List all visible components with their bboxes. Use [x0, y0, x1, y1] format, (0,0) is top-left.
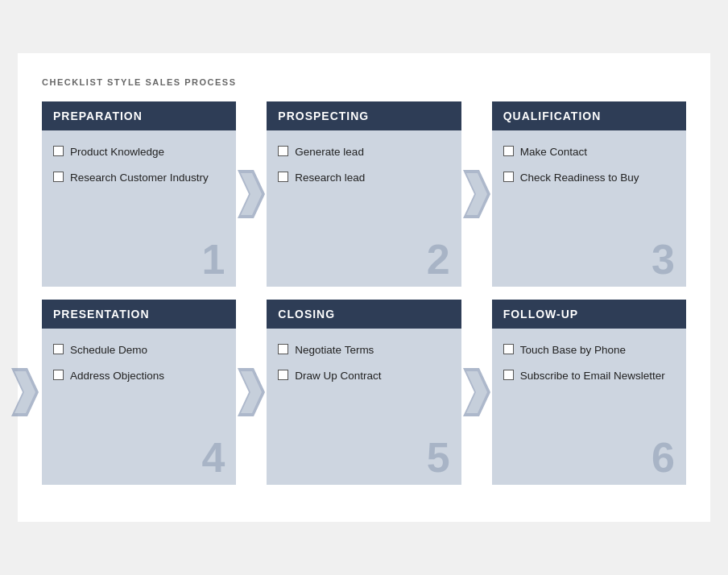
list-item: Check Readiness to Buy	[503, 171, 675, 185]
card-header-presentation: PRESENTATION	[42, 300, 236, 329]
checkbox-icon[interactable]	[503, 172, 514, 182]
step-number-1: 1	[201, 238, 225, 280]
item-label: Research Customer Industry	[70, 171, 209, 185]
list-item: Research lead	[278, 171, 449, 185]
item-label: Schedule Demo	[70, 343, 147, 358]
arrow-2-3	[461, 170, 492, 218]
svg-marker-5	[14, 371, 35, 413]
list-item: Touch Base by Phone	[503, 343, 675, 358]
card-header-closing: CLOSING	[267, 300, 461, 329]
chevron-svg	[463, 170, 490, 218]
chevron-svg	[463, 368, 490, 416]
card-presentation: PRESENTATION Schedule Demo Address Objec…	[42, 300, 236, 485]
list-item: Schedule Demo	[53, 343, 225, 358]
row-1: PREPARATION Product Knowledge Research C…	[42, 101, 686, 287]
grid-wrapper: PREPARATION Product Knowledge Research C…	[42, 101, 686, 485]
item-label: Negotiate Terms	[295, 343, 374, 358]
svg-marker-1	[241, 173, 262, 215]
checkbox-icon[interactable]	[503, 344, 514, 354]
item-label: Check Readiness to Buy	[520, 171, 639, 185]
checkbox-icon[interactable]	[278, 172, 288, 182]
page-title: CHECKLIST STYLE SALES PROCESS	[42, 77, 686, 87]
list-item: Address Objections	[53, 369, 225, 383]
list-item: Subscribe to Email Newsletter	[503, 369, 675, 383]
svg-marker-7	[241, 371, 262, 413]
item-label: Address Objections	[70, 369, 164, 383]
card-followup: FOLLOW-UP Touch Base by Phone Subscribe …	[492, 300, 686, 485]
chevron-svg	[238, 368, 265, 416]
item-label: Research lead	[295, 171, 365, 185]
item-label: Product Knowledge	[70, 145, 164, 159]
card-header-preparation: PREPARATION	[42, 101, 236, 130]
card-closing: CLOSING Negotiate Terms Draw Up Contract…	[267, 300, 461, 485]
list-item: Generate lead	[278, 145, 449, 159]
main-container: CHECKLIST STYLE SALES PROCESS PREPARATIO…	[18, 53, 710, 522]
card-qualification: QUALIFICATION Make Contact Check Readine…	[492, 101, 686, 287]
row-2: PRESENTATION Schedule Demo Address Objec…	[42, 300, 686, 485]
checkbox-icon[interactable]	[503, 370, 514, 380]
list-item: Research Customer Industry	[53, 171, 225, 185]
step-number-2: 2	[427, 238, 450, 280]
card-preparation: PREPARATION Product Knowledge Research C…	[42, 101, 236, 287]
step-number-3: 3	[651, 238, 675, 280]
checkbox-icon[interactable]	[53, 344, 64, 354]
checkbox-icon[interactable]	[53, 146, 64, 156]
checkbox-icon[interactable]	[53, 172, 64, 182]
step-number-5: 5	[427, 436, 450, 478]
arrow-5-6	[461, 368, 492, 416]
card-header-followup: FOLLOW-UP	[492, 300, 686, 329]
svg-marker-9	[466, 371, 487, 413]
list-item: Product Knowledge	[53, 145, 225, 159]
left-arrow	[11, 368, 39, 416]
checkbox-icon[interactable]	[503, 146, 514, 156]
item-label: Touch Base by Phone	[520, 343, 626, 358]
item-label: Draw Up Contract	[295, 369, 381, 383]
list-item: Draw Up Contract	[278, 369, 449, 383]
card-prospecting: PROSPECTING Generate lead Research lead …	[267, 101, 461, 287]
checkbox-icon[interactable]	[278, 146, 288, 156]
arrow-4-5	[236, 368, 267, 416]
checkbox-icon[interactable]	[53, 370, 64, 380]
card-header-qualification: QUALIFICATION	[492, 101, 686, 130]
list-item: Make Contact	[503, 145, 675, 159]
chevron-svg	[238, 170, 265, 218]
item-label: Subscribe to Email Newsletter	[520, 369, 665, 383]
checkbox-icon[interactable]	[278, 370, 288, 380]
card-header-prospecting: PROSPECTING	[267, 101, 461, 130]
item-label: Generate lead	[295, 145, 364, 159]
item-label: Make Contact	[520, 145, 587, 159]
step-number-6: 6	[651, 436, 675, 478]
arrow-1-2	[236, 170, 267, 218]
svg-marker-3	[466, 173, 487, 215]
list-item: Negotiate Terms	[278, 343, 449, 358]
step-number-4: 4	[201, 436, 225, 478]
left-chevron-svg	[11, 368, 39, 416]
checkbox-icon[interactable]	[278, 344, 288, 354]
